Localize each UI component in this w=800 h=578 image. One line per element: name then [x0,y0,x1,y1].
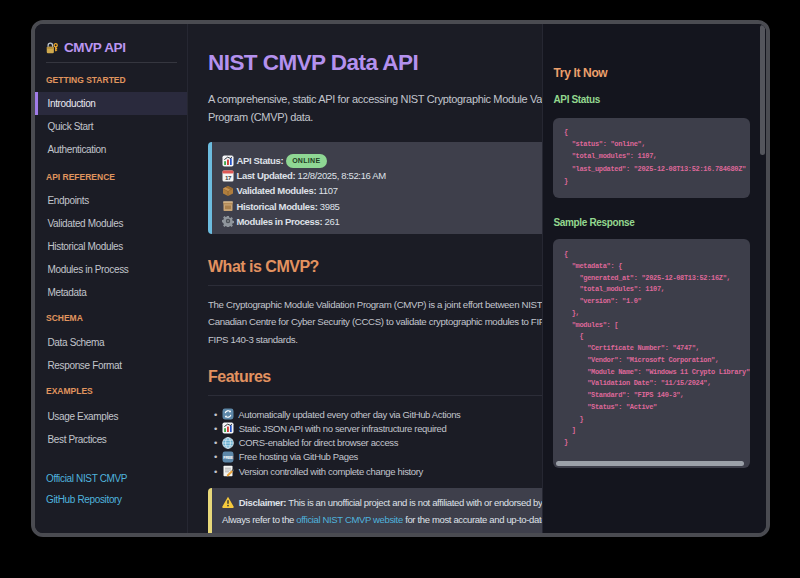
svg-text:FREE: FREE [223,455,233,460]
svg-text:17: 17 [225,174,232,181]
